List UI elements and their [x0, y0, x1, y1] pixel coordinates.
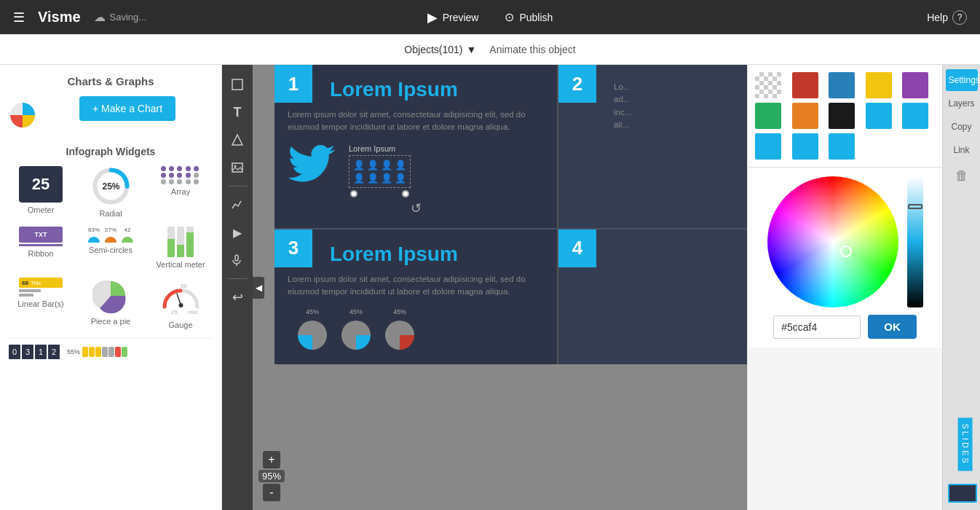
widget-row-3: 68 Title Linear Bar(s) — [9, 278, 213, 329]
rotation-handle[interactable]: ↺ — [288, 200, 544, 216]
svg-point-13 — [234, 165, 237, 168]
svg-line-6 — [177, 294, 181, 305]
gauge-widget[interactable]: 25 50 min Gauge — [149, 278, 213, 329]
ok-button[interactable]: OK — [868, 315, 917, 339]
swatch-orange[interactable] — [792, 103, 818, 129]
ribbon-widget[interactable]: TXT Ribbon — [9, 227, 73, 269]
publish-button[interactable]: ⊙ Publish — [505, 9, 553, 26]
zoom-level: 95% — [258, 470, 285, 482]
zoom-out-button[interactable]: - — [263, 484, 280, 501]
svg-text:25: 25 — [171, 309, 178, 315]
help-icon: ? — [952, 10, 967, 25]
color-swatches-grid — [755, 72, 935, 160]
swatch-cyan5[interactable] — [829, 133, 855, 160]
audio-tool[interactable] — [225, 248, 250, 272]
color-wheel-container[interactable] — [767, 176, 898, 307]
pie-chart-3: 45% — [382, 308, 417, 353]
logo: Visme — [38, 9, 81, 26]
help-button[interactable]: Help ? — [927, 10, 967, 25]
settings-tab-copy[interactable]: Copy — [946, 116, 978, 138]
pie-chart-2: 45% — [339, 308, 374, 353]
settings-tabs: Settings Layers Copy Link 🗑 SLIDES — [942, 65, 980, 510]
swatch-green[interactable] — [755, 103, 781, 129]
twitter-icon — [288, 144, 337, 192]
swatch-purple[interactable] — [902, 72, 928, 98]
zoom-in-button[interactable]: + — [263, 451, 280, 468]
color-picker-section: OK — [748, 168, 942, 348]
infog-row-1: 1 Lorem Ipsum Lorem ipsum dolor sit amet… — [274, 65, 747, 228]
publish-icon: ⊙ — [505, 10, 514, 24]
swatch-cyan2[interactable] — [902, 103, 928, 129]
semi-circles-widget[interactable]: 63% 27% 42 Semi-circles — [79, 227, 143, 269]
settings-tab-link[interactable]: Link — [946, 139, 978, 161]
section-body-1: Lorem ipsum dolor sit amet, consectetaur… — [288, 109, 544, 134]
delete-button[interactable]: 🗑 — [946, 162, 978, 189]
svg-text:min: min — [189, 309, 198, 315]
play-icon: ▶ — [427, 9, 438, 26]
color-picker-row — [767, 176, 923, 307]
swatch-cyan[interactable] — [866, 103, 892, 129]
svg-text:25%: 25% — [102, 181, 119, 192]
pie-chart-1: 45% — [295, 308, 330, 353]
make-chart-button[interactable]: + Make a Chart — [79, 96, 175, 121]
panel-collapse[interactable]: ◀ — [253, 277, 264, 299]
selection-handles — [349, 190, 411, 197]
undo-tool[interactable]: ↩ — [225, 285, 250, 310]
top-bar: ☰ Visme ☁ Saving... ▶ Preview ⊙ Publish … — [0, 0, 980, 34]
ometer-widget[interactable]: 25 Ometer — [9, 166, 73, 218]
widget-row-2: TXT Ribbon 63% 27% 42 — [9, 227, 213, 269]
bottom-widgets-row: 0 3 1 2 55% — [9, 338, 213, 359]
section-number-3: 3 — [274, 230, 312, 267]
menu-icon[interactable]: ☰ — [0, 9, 38, 26]
swatch-red[interactable] — [792, 72, 818, 98]
pie-svg — [92, 278, 129, 314]
text-tool[interactable]: T — [225, 100, 250, 125]
section-number-1: 1 — [274, 65, 312, 103]
hex-input-row: OK — [773, 315, 917, 339]
tool-sidebar: T ▶ ↩ — [222, 65, 253, 510]
cloud-icon: ☁ — [94, 10, 106, 24]
chart-tool[interactable] — [225, 192, 250, 217]
number-widget[interactable]: 0 3 1 2 — [9, 345, 60, 359]
image-tool[interactable] — [225, 155, 250, 180]
settings-tab-settings[interactable]: Settings — [946, 69, 978, 91]
animate-button[interactable]: Animate this object — [489, 44, 575, 55]
linear-bar-widget[interactable]: 68 Title Linear Bar(s) — [9, 278, 73, 329]
brightness-slider[interactable] — [907, 176, 923, 307]
settings-content: OK — [748, 65, 942, 510]
svg-point-20 — [769, 178, 897, 306]
shape-tool[interactable] — [225, 128, 250, 152]
swatch-yellow[interactable] — [866, 72, 892, 98]
section-body-3: Lorem ipsum dolor sit amet, consectetaur… — [288, 273, 544, 299]
svg-marker-11 — [232, 135, 242, 145]
gauge-svg: 25 50 min — [161, 278, 201, 318]
swatch-cyan4[interactable] — [792, 133, 818, 160]
svg-text:50: 50 — [181, 283, 187, 289]
animate-tool[interactable]: ▶ — [225, 220, 250, 245]
pie-charts-row: 45% 45% — [288, 308, 544, 353]
charts-title: Charts & Graphs — [9, 75, 213, 87]
progress-bar-widget[interactable]: 55% — [67, 347, 127, 357]
color-wheel-svg — [767, 176, 898, 307]
select-tool[interactable] — [225, 72, 250, 97]
chart-preview-icon — [9, 101, 36, 129]
settings-tab-layers[interactable]: Layers — [946, 93, 978, 114]
objects-dropdown[interactable]: Objects(101) ▼ — [404, 44, 476, 55]
hex-color-input[interactable] — [773, 315, 861, 339]
swatch-transparent[interactable] — [755, 72, 781, 98]
infog-cell-2: 2 Lo...ad...inc...ali... — [558, 65, 747, 228]
preview-button[interactable]: ▶ Preview — [427, 9, 479, 26]
chevron-down-icon: ▼ — [467, 44, 477, 55]
slide-thumbnail[interactable] — [948, 484, 977, 503]
saving-indicator: ☁ Saving... — [94, 10, 147, 24]
swatch-black[interactable] — [829, 103, 855, 129]
vertical-meter-widget[interactable]: Vertical meter — [149, 227, 213, 269]
widget-row-1: 25 Ometer 25% Radial Array — [9, 166, 213, 218]
swatch-blue[interactable] — [829, 72, 855, 98]
icon-row: Lorem Ipsum 👤 👤 👤 👤 👤 👤 👤 👤 — [288, 144, 544, 197]
array-widget[interactable]: Array — [149, 166, 213, 218]
radial-widget[interactable]: 25% Radial — [79, 166, 143, 218]
swatch-cyan3[interactable] — [755, 133, 781, 160]
piece-a-pie-widget[interactable]: Piece a pie — [79, 278, 143, 329]
svg-rect-12 — [232, 163, 242, 172]
